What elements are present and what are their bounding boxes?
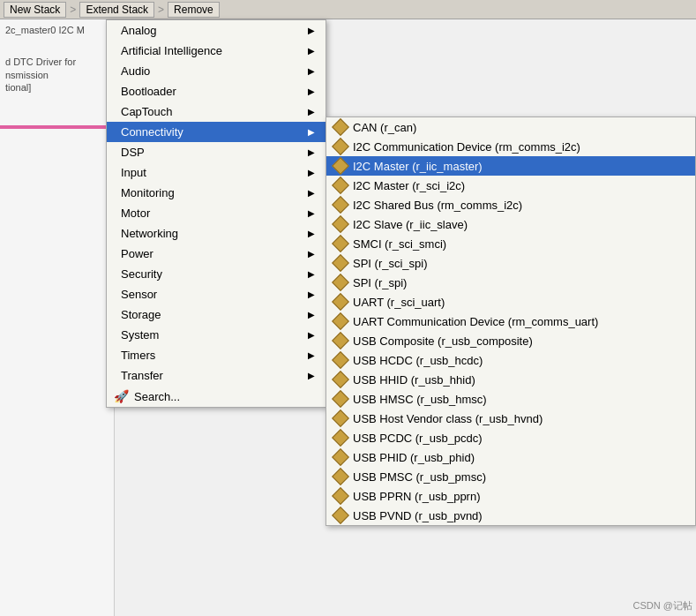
arrow-icon-audio: ▶ [308, 66, 315, 76]
watermark: CSDN @记帖 [633, 599, 692, 612]
menu-item-label-sensor: Sensor [121, 288, 157, 301]
menu-item-label-system: System [121, 328, 159, 342]
submenu-item-i2c_slave[interactable]: I2C Slave (r_iic_slave) [326, 214, 695, 234]
menu-item-input[interactable]: Input▶ [107, 162, 326, 183]
submenu-label-usb_hvnd: USB Host Vendor class (r_usb_hvnd) [353, 412, 543, 425]
submenu-item-usb_composite[interactable]: USB Composite (r_usb_composite) [326, 331, 695, 350]
menu-item-label-motor: Motor [121, 207, 150, 220]
submenu-item-i2c_shared[interactable]: I2C Shared Bus (rm_comms_i2c) [326, 195, 695, 214]
connector-icon-i2c_master_iic [333, 159, 348, 173]
connectivity-submenu: CAN (r_can)I2C Communication Device (rm_… [326, 116, 696, 526]
connector-icon-i2c_master_sci [333, 178, 348, 192]
connector-icon-usb_pvnd [333, 508, 348, 522]
extend-stack-button[interactable]: Extend Stack [79, 2, 154, 18]
menu-item-transfer[interactable]: Transfer▶ [107, 365, 326, 386]
submenu-label-usb_hcdc: USB HCDC (r_usb_hcdc) [353, 354, 483, 367]
submenu-label-uart_comms: UART Communication Device (rm_comms_uart… [353, 315, 598, 328]
menu-item-storage[interactable]: Storage▶ [107, 304, 326, 325]
submenu-label-spi_sci: SPI (r_sci_spi) [353, 257, 428, 270]
submenu-item-smci[interactable]: SMCI (r_sci_smci) [326, 234, 695, 253]
connector-icon-usb_hvnd [333, 411, 348, 425]
menu-item-power[interactable]: Power▶ [107, 244, 326, 264]
connector-icon-smci [333, 237, 348, 251]
menu-item-timers[interactable]: Timers▶ [107, 345, 326, 365]
menu-item-motor[interactable]: Motor▶ [107, 203, 326, 223]
menu-item-label-transfer: Transfer [121, 369, 163, 382]
submenu-item-usb_hmsc[interactable]: USB HMSC (r_usb_hmsc) [326, 389, 695, 409]
submenu-item-usb_hvnd[interactable]: USB Host Vendor class (r_usb_hvnd) [326, 409, 695, 428]
submenu-label-usb_pcdc: USB PCDC (r_usb_pcdc) [353, 432, 483, 445]
menu-item-label-monitoring: Monitoring [121, 186, 175, 199]
menu-item-networking[interactable]: Networking▶ [107, 223, 326, 244]
menu-item-audio[interactable]: Audio▶ [107, 61, 326, 81]
connector-icon-usb_composite [333, 334, 348, 348]
submenu-label-smci: SMCI (r_sci_smci) [353, 237, 446, 251]
menu-item-connectivity[interactable]: Connectivity▶ [107, 122, 326, 142]
menu-item-security[interactable]: Security▶ [107, 264, 326, 284]
submenu-item-spi_sci[interactable]: SPI (r_sci_spi) [326, 253, 695, 273]
submenu-item-i2c_comms[interactable]: I2C Communication Device (rm_comms_i2c) [326, 137, 695, 156]
connector-icon-usb_pmsc [333, 470, 348, 484]
menu-item-label-analog: Analog [121, 24, 156, 37]
menu-item-bootloader[interactable]: Bootloader▶ [107, 81, 326, 101]
menu-item-ai[interactable]: Artificial Intelligence▶ [107, 41, 326, 61]
connector-icon-spi_sci [333, 256, 348, 270]
remove-button[interactable]: Remove [168, 2, 220, 18]
connector-icon-i2c_slave [333, 217, 348, 231]
new-stack-button[interactable]: New Stack [4, 2, 66, 18]
submenu-label-usb_pmsc: USB PMSC (r_usb_pmsc) [353, 470, 486, 484]
arrow-icon-dsp: ▶ [308, 147, 315, 157]
submenu-item-uart[interactable]: UART (r_sci_uart) [326, 292, 695, 312]
connector-icon-usb_hhid [333, 372, 348, 387]
menu-item-label-ai: Artificial Intelligence [121, 44, 222, 57]
submenu-label-usb_composite: USB Composite (r_usb_composite) [353, 334, 533, 348]
menu-item-label-bootloader: Bootloader [121, 85, 176, 98]
menu-item-sensor[interactable]: Sensor▶ [107, 284, 326, 304]
submenu-item-usb_pvnd[interactable]: USB PVND (r_usb_pvnd) [326, 506, 695, 525]
connector-icon-usb_phid [333, 450, 348, 464]
i2c-label: 2c_master0 I2C M [4, 23, 110, 37]
menu-item-analog[interactable]: Analog▶ [107, 20, 326, 41]
connector-icon-i2c_comms [333, 139, 348, 154]
arrow-icon-input: ▶ [308, 168, 315, 177]
arrow-icon-ai: ▶ [308, 46, 315, 56]
menu-item-monitoring[interactable]: Monitoring▶ [107, 183, 326, 203]
submenu-label-spi: SPI (r_spi) [353, 276, 407, 289]
arrow-icon-motor: ▶ [308, 208, 315, 218]
arrow-icon-analog: ▶ [308, 26, 315, 35]
arrow-icon-sensor: ▶ [308, 289, 315, 299]
submenu-item-usb_phid[interactable]: USB PHID (r_usb_phid) [326, 447, 695, 467]
connector-icon-i2c_shared [333, 198, 348, 212]
dtc-label: d DTC Driver for [4, 55, 110, 69]
submenu-label-usb_pvnd: USB PVND (r_usb_pvnd) [353, 509, 483, 522]
submenu-label-uart: UART (r_sci_uart) [353, 296, 445, 309]
submenu-item-usb_pprn[interactable]: USB PPRN (r_usb_pprn) [326, 486, 695, 506]
arrow-icon-networking: ▶ [308, 229, 315, 238]
submenu-item-usb_pcdc[interactable]: USB PCDC (r_usb_pcdc) [326, 428, 695, 447]
submenu-label-usb_pprn: USB PPRN (r_usb_pprn) [353, 490, 481, 503]
menu-item-dsp[interactable]: DSP▶ [107, 142, 326, 162]
submenu-item-usb_hcdc[interactable]: USB HCDC (r_usb_hcdc) [326, 350, 695, 370]
arrow-icon-connectivity: ▶ [308, 127, 315, 137]
submenu-item-uart_comms[interactable]: UART Communication Device (rm_comms_uart… [326, 312, 695, 331]
menu-item-label-connectivity: Connectivity [121, 125, 183, 139]
menu-search[interactable]: 🚀Search... [107, 386, 326, 407]
connector-icon-uart_comms [333, 314, 348, 328]
arrow-icon-captouch: ▶ [308, 107, 315, 116]
menu-item-captouch[interactable]: CapTouch▶ [107, 101, 326, 122]
submenu-item-i2c_master_sci[interactable]: I2C Master (r_sci_i2c) [326, 176, 695, 195]
submenu-item-can[interactable]: CAN (r_can) [326, 117, 695, 137]
menu-item-label-networking: Networking [121, 227, 178, 240]
submenu-item-usb_hhid[interactable]: USB HHID (r_usb_hhid) [326, 370, 695, 389]
submenu-label-i2c_master_iic: I2C Master (r_iic_master) [353, 160, 483, 173]
connector-icon-spi [333, 275, 348, 289]
connector-icon-uart [333, 295, 348, 309]
submenu-item-i2c_master_iic[interactable]: I2C Master (r_iic_master) [326, 156, 695, 176]
submenu-item-spi[interactable]: SPI (r_spi) [326, 273, 695, 292]
menu-item-label-input: Input [121, 166, 146, 179]
rocket-icon: 🚀 [114, 389, 129, 403]
menu-item-system[interactable]: System▶ [107, 325, 326, 345]
submenu-item-usb_pmsc[interactable]: USB PMSC (r_usb_pmsc) [326, 467, 695, 486]
connector-icon-can [333, 120, 348, 134]
arrow-icon-bootloader: ▶ [308, 86, 315, 96]
